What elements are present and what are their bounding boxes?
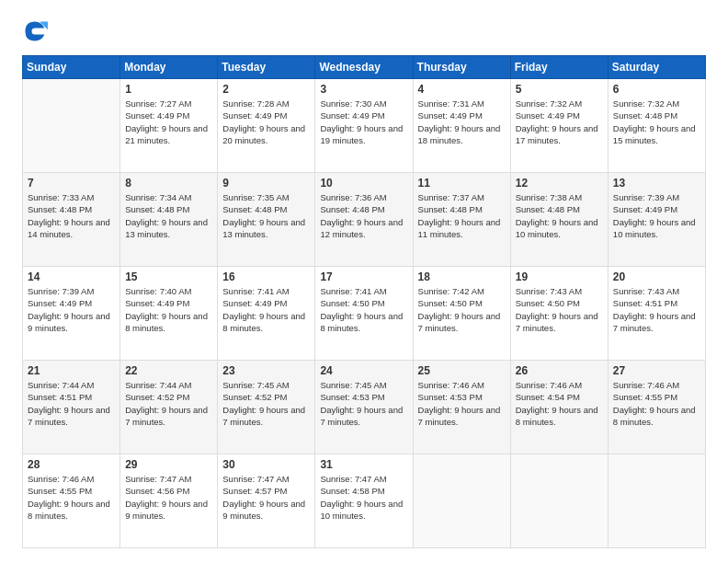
day-number: 10 [320, 177, 407, 190]
calendar-cell: 21Sunrise: 7:44 AMSunset: 4:51 PMDayligh… [23, 361, 120, 454]
calendar-header-thursday: Thursday [413, 56, 510, 79]
day-info: Sunrise: 7:32 AMSunset: 4:48 PMDaylight:… [613, 98, 700, 146]
day-info: Sunrise: 7:46 AMSunset: 4:55 PMDaylight:… [613, 379, 700, 428]
calendar-cell: 27Sunrise: 7:46 AMSunset: 4:55 PMDayligh… [608, 361, 705, 454]
calendar-cell: 22Sunrise: 7:44 AMSunset: 4:52 PMDayligh… [120, 361, 218, 454]
calendar-cell: 9Sunrise: 7:35 AMSunset: 4:48 PMDaylight… [218, 173, 315, 267]
calendar-cell: 8Sunrise: 7:34 AMSunset: 4:48 PMDaylight… [120, 173, 218, 267]
day-number: 3 [320, 83, 407, 96]
calendar-cell: 4Sunrise: 7:31 AMSunset: 4:49 PMDaylight… [413, 79, 510, 173]
calendar-header-sunday: Sunday [23, 56, 120, 79]
day-number: 4 [418, 83, 506, 96]
day-number: 29 [125, 458, 212, 471]
day-number: 30 [222, 458, 310, 471]
day-info: Sunrise: 7:46 AMSunset: 4:53 PMDaylight:… [418, 379, 506, 428]
day-number: 13 [613, 177, 700, 190]
day-info: Sunrise: 7:47 AMSunset: 4:56 PMDaylight:… [125, 473, 212, 522]
day-number: 22 [125, 364, 212, 377]
day-info: Sunrise: 7:40 AMSunset: 4:49 PMDaylight:… [125, 285, 212, 334]
calendar-cell: 6Sunrise: 7:32 AMSunset: 4:48 PMDaylight… [608, 79, 705, 173]
calendar-cell [23, 79, 120, 173]
calendar-header-saturday: Saturday [608, 56, 705, 79]
calendar-cell: 15Sunrise: 7:40 AMSunset: 4:49 PMDayligh… [120, 267, 218, 361]
day-info: Sunrise: 7:44 AMSunset: 4:52 PMDaylight:… [125, 379, 212, 428]
day-number: 12 [516, 177, 603, 190]
calendar-cell: 17Sunrise: 7:41 AMSunset: 4:50 PMDayligh… [315, 267, 413, 361]
calendar-cell: 16Sunrise: 7:41 AMSunset: 4:49 PMDayligh… [218, 267, 315, 361]
day-number: 19 [516, 270, 603, 283]
day-number: 6 [613, 83, 700, 96]
day-number: 11 [418, 177, 506, 190]
calendar-header-monday: Monday [120, 56, 218, 79]
calendar-header-row: SundayMondayTuesdayWednesdayThursdayFrid… [23, 56, 706, 79]
day-info: Sunrise: 7:45 AMSunset: 4:52 PMDaylight:… [222, 379, 310, 428]
day-number: 7 [28, 177, 115, 190]
calendar-cell: 28Sunrise: 7:46 AMSunset: 4:55 PMDayligh… [23, 454, 120, 548]
calendar-cell: 26Sunrise: 7:46 AMSunset: 4:54 PMDayligh… [510, 361, 608, 454]
calendar-cell [413, 454, 510, 548]
day-number: 2 [222, 83, 310, 96]
day-info: Sunrise: 7:46 AMSunset: 4:54 PMDaylight:… [516, 379, 603, 428]
day-number: 24 [320, 364, 407, 377]
day-number: 17 [320, 270, 407, 283]
logo-icon [22, 18, 48, 44]
day-info: Sunrise: 7:32 AMSunset: 4:49 PMDaylight:… [516, 98, 603, 146]
calendar-header-wednesday: Wednesday [315, 56, 413, 79]
day-info: Sunrise: 7:39 AMSunset: 4:49 PMDaylight:… [28, 285, 115, 334]
day-info: Sunrise: 7:36 AMSunset: 4:48 PMDaylight:… [320, 191, 407, 240]
day-info: Sunrise: 7:41 AMSunset: 4:50 PMDaylight:… [320, 285, 407, 334]
calendar-cell: 7Sunrise: 7:33 AMSunset: 4:48 PMDaylight… [23, 173, 120, 267]
calendar-cell: 29Sunrise: 7:47 AMSunset: 4:56 PMDayligh… [120, 454, 218, 548]
day-info: Sunrise: 7:43 AMSunset: 4:50 PMDaylight:… [516, 285, 603, 334]
calendar: SundayMondayTuesdayWednesdayThursdayFrid… [22, 55, 706, 548]
day-number: 15 [125, 270, 212, 283]
day-info: Sunrise: 7:47 AMSunset: 4:57 PMDaylight:… [222, 473, 310, 522]
day-info: Sunrise: 7:38 AMSunset: 4:48 PMDaylight:… [516, 191, 603, 240]
day-info: Sunrise: 7:41 AMSunset: 4:49 PMDaylight:… [222, 285, 310, 334]
day-number: 23 [222, 364, 310, 377]
calendar-cell: 31Sunrise: 7:47 AMSunset: 4:58 PMDayligh… [315, 454, 413, 548]
day-number: 27 [613, 364, 700, 377]
calendar-cell: 3Sunrise: 7:30 AMSunset: 4:49 PMDaylight… [315, 79, 413, 173]
day-number: 16 [222, 270, 310, 283]
calendar-cell: 20Sunrise: 7:43 AMSunset: 4:51 PMDayligh… [608, 267, 705, 361]
calendar-cell: 19Sunrise: 7:43 AMSunset: 4:50 PMDayligh… [510, 267, 608, 361]
calendar-week-3: 14Sunrise: 7:39 AMSunset: 4:49 PMDayligh… [23, 267, 706, 361]
day-info: Sunrise: 7:43 AMSunset: 4:51 PMDaylight:… [613, 285, 700, 334]
calendar-cell: 11Sunrise: 7:37 AMSunset: 4:48 PMDayligh… [413, 173, 510, 267]
day-number: 28 [28, 458, 115, 471]
day-info: Sunrise: 7:30 AMSunset: 4:49 PMDaylight:… [320, 98, 407, 146]
calendar-cell: 18Sunrise: 7:42 AMSunset: 4:50 PMDayligh… [413, 267, 510, 361]
day-number: 8 [125, 177, 212, 190]
day-info: Sunrise: 7:31 AMSunset: 4:49 PMDaylight:… [418, 98, 506, 146]
day-info: Sunrise: 7:47 AMSunset: 4:58 PMDaylight:… [320, 473, 407, 522]
calendar-cell: 12Sunrise: 7:38 AMSunset: 4:48 PMDayligh… [510, 173, 608, 267]
calendar-cell: 14Sunrise: 7:39 AMSunset: 4:49 PMDayligh… [23, 267, 120, 361]
day-info: Sunrise: 7:28 AMSunset: 4:49 PMDaylight:… [222, 98, 310, 146]
calendar-week-4: 21Sunrise: 7:44 AMSunset: 4:51 PMDayligh… [23, 361, 706, 454]
calendar-header-tuesday: Tuesday [218, 56, 315, 79]
calendar-cell [510, 454, 608, 548]
day-info: Sunrise: 7:35 AMSunset: 4:48 PMDaylight:… [222, 191, 310, 240]
day-number: 26 [516, 364, 603, 377]
day-info: Sunrise: 7:34 AMSunset: 4:48 PMDaylight:… [125, 191, 212, 240]
day-info: Sunrise: 7:44 AMSunset: 4:51 PMDaylight:… [28, 379, 115, 428]
day-info: Sunrise: 7:33 AMSunset: 4:48 PMDaylight:… [28, 191, 115, 240]
calendar-cell: 24Sunrise: 7:45 AMSunset: 4:53 PMDayligh… [315, 361, 413, 454]
calendar-cell: 2Sunrise: 7:28 AMSunset: 4:49 PMDaylight… [218, 79, 315, 173]
day-info: Sunrise: 7:39 AMSunset: 4:49 PMDaylight:… [613, 191, 700, 240]
calendar-week-2: 7Sunrise: 7:33 AMSunset: 4:48 PMDaylight… [23, 173, 706, 267]
calendar-cell: 23Sunrise: 7:45 AMSunset: 4:52 PMDayligh… [218, 361, 315, 454]
day-info: Sunrise: 7:42 AMSunset: 4:50 PMDaylight:… [418, 285, 506, 334]
logo [22, 18, 51, 44]
day-number: 25 [418, 364, 506, 377]
calendar-cell: 10Sunrise: 7:36 AMSunset: 4:48 PMDayligh… [315, 173, 413, 267]
day-number: 5 [516, 83, 603, 96]
day-info: Sunrise: 7:27 AMSunset: 4:49 PMDaylight:… [125, 98, 212, 146]
day-info: Sunrise: 7:37 AMSunset: 4:48 PMDaylight:… [418, 191, 506, 240]
day-info: Sunrise: 7:46 AMSunset: 4:55 PMDaylight:… [28, 473, 115, 522]
day-info: Sunrise: 7:45 AMSunset: 4:53 PMDaylight:… [320, 379, 407, 428]
page: SundayMondayTuesdayWednesdayThursdayFrid… [0, 0, 728, 563]
calendar-cell: 30Sunrise: 7:47 AMSunset: 4:57 PMDayligh… [218, 454, 315, 548]
calendar-cell: 5Sunrise: 7:32 AMSunset: 4:49 PMDaylight… [510, 79, 608, 173]
